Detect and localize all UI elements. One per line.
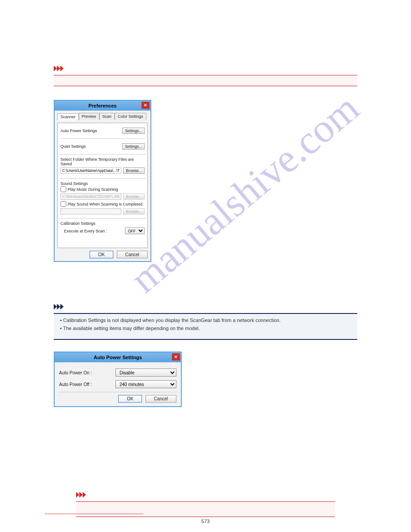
- auto-power-on-label: Auto Power On :: [59, 370, 108, 375]
- sound-done-path-input: [60, 208, 121, 215]
- tab-preview[interactable]: Preview: [79, 113, 99, 120]
- tab-strip: Scanner Preview Scan Color Settings: [57, 113, 148, 120]
- ok-button[interactable]: OK: [118, 395, 141, 403]
- chevron-icon-red: [76, 491, 90, 498]
- browse-sound-done-button: Browse...: [123, 208, 145, 215]
- calibration-exec-label: Execute at Every Scan :: [64, 229, 107, 233]
- important-note-bar: [54, 75, 357, 86]
- browse-music-button: Browse...: [123, 193, 145, 200]
- auto-power-on-select[interactable]: Disable: [116, 369, 176, 377]
- important-note-text: • When you display the ScanGear tab from…: [76, 502, 335, 506]
- chevron-icon-red: [54, 65, 67, 71]
- cancel-button[interactable]: Cancel: [117, 251, 148, 258]
- play-sound-done-checkbox[interactable]: [60, 201, 66, 207]
- auto-power-off-label: Auto Power Off :: [59, 382, 108, 387]
- auto-power-settings-button[interactable]: Settings...: [122, 128, 145, 134]
- note-line: • The available setting items may differ…: [60, 326, 351, 331]
- quiet-settings-button[interactable]: Settings...: [122, 143, 145, 150]
- important-section-top: Preferences ✕ Scanner Preview Scan Color…: [54, 65, 357, 262]
- close-icon[interactable]: ✕: [172, 353, 180, 360]
- note-section: • Calibration Settings is not displayed …: [54, 303, 357, 424]
- quiet-settings-label: Quiet Settings: [60, 144, 86, 149]
- sound-settings-label: Sound Settings: [60, 181, 145, 186]
- dialog-titlebar: Auto Power Settings ✕: [55, 352, 181, 362]
- dialog-title: Preferences: [89, 103, 117, 108]
- ok-button[interactable]: OK: [90, 251, 113, 258]
- footer-rule: [45, 514, 143, 514]
- tab-scanner[interactable]: Scanner: [57, 113, 79, 120]
- auto-power-label: Auto Power Settings: [60, 129, 97, 133]
- important-note-bar: • When you display the ScanGear tab from…: [76, 501, 335, 517]
- dialog-titlebar: Preferences ✕: [55, 101, 150, 111]
- play-music-checkbox[interactable]: [60, 186, 66, 192]
- calibration-select[interactable]: OFF: [125, 227, 145, 234]
- close-icon[interactable]: ✕: [141, 102, 150, 109]
- play-music-label: Play Music During Scanning: [68, 187, 118, 192]
- page-number: 573: [0, 519, 411, 524]
- chevron-icon-dark: [54, 303, 67, 309]
- tab-color-settings[interactable]: Color Settings: [115, 113, 146, 120]
- auto-power-off-select[interactable]: 240 minutes: [116, 380, 176, 388]
- browse-temp-button[interactable]: Browse...: [123, 167, 145, 174]
- temp-folder-input[interactable]: [60, 167, 121, 174]
- tab-scan[interactable]: Scan: [99, 113, 115, 120]
- cancel-button[interactable]: Cancel: [146, 395, 176, 403]
- dialog-title: Auto Power Settings: [94, 355, 142, 360]
- preferences-dialog: Preferences ✕ Scanner Preview Scan Color…: [54, 100, 151, 262]
- auto-power-dialog: Auto Power Settings ✕ Auto Power On : Di…: [54, 352, 182, 407]
- calibration-label: Calibration Settings: [60, 221, 145, 226]
- note-line: • Calibration Settings is not displayed …: [60, 317, 351, 323]
- scanner-tab-pane: Auto Power Settings Settings... Quiet Se…: [57, 123, 148, 248]
- music-path-input: [60, 193, 121, 200]
- note-block: • Calibration Settings is not displayed …: [54, 313, 357, 340]
- play-sound-done-label: Play Sound When Scanning is Completed: [68, 202, 142, 206]
- temp-folder-label: Select Folder Where Temporary Files are …: [60, 157, 145, 166]
